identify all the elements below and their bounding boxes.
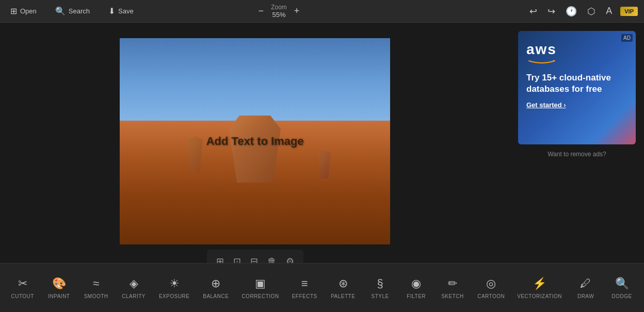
tool-style[interactable]: §STYLE bbox=[362, 267, 398, 308]
compare-button[interactable]: ⊡ bbox=[230, 254, 244, 263]
cutout-label: CUTOUT bbox=[11, 293, 34, 299]
sketch-label: SKETCH bbox=[441, 293, 464, 299]
effects-label: EFFECTS bbox=[292, 293, 317, 299]
history-button[interactable]: 🕐 bbox=[564, 4, 579, 19]
zoom-in-button[interactable]: + bbox=[291, 5, 303, 18]
top-toolbar: ⊞ Open 🔍 Search ⬇ Save − Zoom 55% + ↩ ↪ … bbox=[0, 0, 644, 23]
balance-label: BALANCE bbox=[203, 293, 229, 299]
zoom-text-label: Zoom bbox=[271, 4, 287, 11]
zoom-value-label: 55% bbox=[272, 11, 285, 19]
tool-smooth[interactable]: ≈SMOOTH bbox=[77, 267, 115, 308]
tool-draw[interactable]: 🖊DRAW bbox=[568, 267, 604, 308]
draw-label: DRAW bbox=[577, 293, 594, 299]
redo-button[interactable]: ↪ bbox=[545, 4, 557, 19]
mini-toolbar: ⊞ ⊡ ⊟ 🗑 ⚙ bbox=[207, 250, 303, 263]
smooth-icon: ≈ bbox=[93, 277, 99, 290]
balance-icon: ⊕ bbox=[211, 277, 220, 290]
undo-button[interactable]: ↩ bbox=[527, 4, 539, 19]
tool-exposure[interactable]: ☀EXPOSURE bbox=[152, 267, 196, 308]
zoom-control: − Zoom 55% + bbox=[255, 4, 303, 19]
effects-icon: ≡ bbox=[301, 277, 308, 290]
clarity-label: CLARITY bbox=[122, 293, 146, 299]
cutout-icon: ✂ bbox=[18, 277, 27, 290]
style-label: STYLE bbox=[372, 293, 389, 299]
tool-filter[interactable]: ◉FILTER bbox=[398, 267, 434, 308]
tool-correction[interactable]: ▣CORRECTION bbox=[236, 267, 285, 308]
translate-button[interactable]: A bbox=[604, 4, 614, 19]
ad-container: AD aws Try 15+ cloud-native databases fo… bbox=[518, 31, 636, 144]
tool-sketch[interactable]: ✏SKETCH bbox=[434, 267, 471, 308]
canvas-image: Add Text to Image bbox=[120, 38, 390, 244]
draw-icon: 🖊 bbox=[580, 277, 591, 290]
open-button[interactable]: ⊞ Open bbox=[6, 4, 41, 18]
canvas-container[interactable]: Add Text to Image bbox=[120, 38, 390, 244]
save-button[interactable]: ⬇ Save bbox=[104, 4, 138, 18]
correction-icon: ▣ bbox=[255, 277, 266, 290]
settings-button[interactable]: ⚙ bbox=[283, 254, 297, 263]
remove-ads-text[interactable]: Want to remove ads? bbox=[518, 151, 636, 158]
palette-icon: ⊛ bbox=[339, 277, 348, 290]
clarity-icon: ◈ bbox=[130, 277, 138, 290]
tool-balance[interactable]: ⊕BALANCE bbox=[196, 267, 235, 308]
sketch-icon: ✏ bbox=[448, 277, 457, 290]
split-view-button[interactable]: ⊞ bbox=[213, 254, 227, 263]
vectorization-icon: ⚡ bbox=[533, 277, 546, 290]
tool-cutout[interactable]: ✂CUTOUT bbox=[4, 267, 41, 308]
delete-button[interactable]: 🗑 bbox=[264, 254, 280, 264]
search-button[interactable]: 🔍 Search bbox=[51, 4, 94, 18]
vectorization-label: VECTORIZATION bbox=[517, 293, 562, 299]
aws-logo: aws bbox=[526, 41, 627, 64]
search-icon: 🔍 bbox=[55, 6, 66, 16]
tool-clarity[interactable]: ◈CLARITY bbox=[115, 267, 152, 308]
filter-label: FILTER bbox=[407, 293, 426, 299]
right-panel: AD aws Try 15+ cloud-native databases fo… bbox=[510, 23, 644, 263]
dodge-icon: 🔍 bbox=[615, 277, 629, 290]
search-label: Search bbox=[69, 7, 90, 15]
cartoon-label: CARTOON bbox=[477, 293, 505, 299]
dodge-label: DODGE bbox=[611, 293, 632, 299]
vip-badge[interactable]: VIP bbox=[620, 7, 638, 16]
correction-label: CORRECTION bbox=[242, 293, 279, 299]
aws-text: aws bbox=[526, 41, 627, 58]
tool-effects[interactable]: ≡EFFECTS bbox=[285, 267, 324, 308]
open-icon: ⊞ bbox=[10, 6, 17, 16]
layers-button[interactable]: ⬡ bbox=[585, 4, 598, 19]
save-label: Save bbox=[118, 7, 134, 15]
style-icon: § bbox=[377, 277, 383, 290]
filter-icon: ◉ bbox=[411, 277, 421, 290]
ad-headline: Try 15+ cloud-native databases for free bbox=[526, 72, 627, 95]
bottom-toolbar: ✂CUTOUT🎨INPAINT≈SMOOTH◈CLARITY☀EXPOSURE⊕… bbox=[0, 263, 644, 312]
tool-inpaint[interactable]: 🎨INPAINT bbox=[41, 267, 77, 308]
palette-label: PALETTE bbox=[331, 293, 355, 299]
exposure-label: EXPOSURE bbox=[159, 293, 190, 299]
toolbar-right: ↩ ↪ 🕐 ⬡ A VIP bbox=[527, 4, 638, 19]
butte-main bbox=[229, 116, 281, 183]
inpaint-label: INPAINT bbox=[48, 293, 70, 299]
main-area: Add Text to Image ⊞ ⊡ ⊟ 🗑 ⚙ AD aws Try 1… bbox=[0, 23, 644, 263]
tool-cartoon[interactable]: ◎CARTOON bbox=[471, 267, 511, 308]
open-label: Open bbox=[20, 7, 37, 15]
ad-cta-link[interactable]: Get started › bbox=[526, 101, 627, 109]
landscape bbox=[120, 38, 390, 244]
tool-dodge[interactable]: 🔍DODGE bbox=[604, 267, 640, 308]
zoom-out-button[interactable]: − bbox=[255, 5, 267, 18]
cartoon-icon: ◎ bbox=[486, 277, 496, 290]
save-icon: ⬇ bbox=[108, 6, 115, 16]
ad-badge: AD bbox=[621, 34, 633, 42]
inpaint-icon: 🎨 bbox=[52, 277, 66, 290]
exposure-icon: ☀ bbox=[169, 277, 180, 290]
aws-smile-icon bbox=[526, 58, 557, 64]
tool-vectorization[interactable]: ⚡VECTORIZATION bbox=[511, 267, 568, 308]
select-button[interactable]: ⊟ bbox=[247, 254, 261, 263]
tool-palette[interactable]: ⊛PALETTE bbox=[324, 267, 362, 308]
smooth-label: SMOOTH bbox=[84, 293, 108, 299]
canvas-area: Add Text to Image ⊞ ⊡ ⊟ 🗑 ⚙ bbox=[0, 23, 510, 263]
